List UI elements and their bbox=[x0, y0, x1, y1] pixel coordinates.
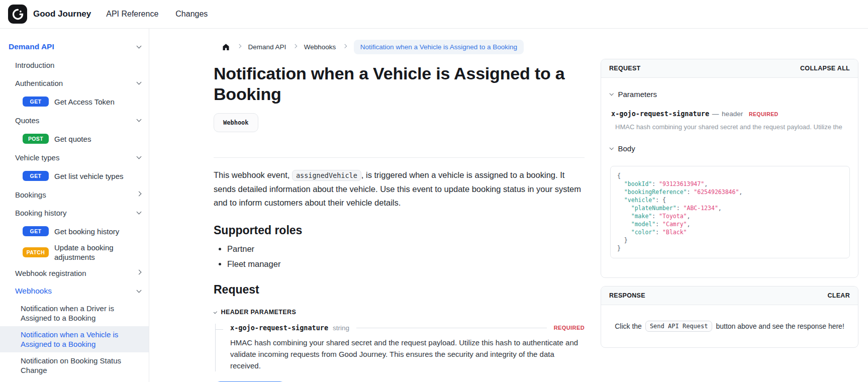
send-api-request-code: Send API Request bbox=[645, 321, 713, 332]
sidebar-item-get-list-vehicle-types[interactable]: GET Get list vehicle types bbox=[0, 166, 149, 185]
sidebar-item-authentication[interactable]: Authentication bbox=[0, 74, 149, 92]
webhook-tag: Webhook bbox=[214, 113, 258, 132]
sidebar-item-vehicle-types[interactable]: Vehicle types bbox=[0, 148, 149, 166]
required-badge: REQUIRED bbox=[554, 325, 585, 331]
parameter-location: header bbox=[722, 110, 743, 118]
brand-logo-icon bbox=[8, 5, 27, 24]
response-panel: RESPONSE CLEAR Click the Send API Reques… bbox=[601, 286, 858, 348]
inline-code-assignedVehicle: assignedVehicle bbox=[292, 170, 361, 181]
breadcrumb: Demand API Webhooks Notification when a … bbox=[222, 40, 585, 54]
right-rail: REQUEST COLLAPSE ALL Parameters x-gojo-r… bbox=[601, 29, 858, 382]
sidebar-item-update-booking-adjustments[interactable]: PATCH Update a booking adjustments bbox=[0, 241, 149, 264]
chevron-down-icon bbox=[610, 146, 614, 150]
nav-link-api-reference[interactable]: API Reference bbox=[104, 7, 160, 22]
rail-parameter-description: HMAC hash combining your shared secret a… bbox=[615, 123, 850, 131]
parameter-name: x-gojo-request-signature bbox=[611, 110, 709, 118]
method-badge-get: GET bbox=[23, 171, 49, 181]
top-navbar: Good Journey API Reference Changes bbox=[0, 0, 868, 29]
sidebar-item-webhooks[interactable]: Webhooks bbox=[0, 282, 149, 300]
sidebar: Demand API Introduction Authentication G… bbox=[0, 29, 149, 382]
sidebar-item-notification-vehicle-assigned[interactable]: Notification when a Vehicle is Assigned … bbox=[0, 326, 149, 352]
sidebar-item-booking-history[interactable]: Booking history bbox=[0, 204, 149, 222]
role-item: Fleet manager bbox=[227, 259, 585, 269]
rail-parameter: x-gojo-request-signature — header REQUIR… bbox=[611, 110, 850, 118]
chevron-down-icon[interactable] bbox=[137, 80, 142, 85]
chevron-down-icon bbox=[214, 310, 217, 314]
chevron-down-icon[interactable] bbox=[137, 288, 142, 293]
sidebar-item-introduction[interactable]: Introduction bbox=[0, 56, 149, 74]
collapse-all-button[interactable]: COLLAPSE ALL bbox=[800, 65, 850, 72]
request-panel: REQUEST COLLAPSE ALL Parameters x-gojo-r… bbox=[601, 59, 858, 278]
required-badge: REQUIRED bbox=[749, 111, 779, 117]
method-badge-post: POST bbox=[23, 134, 49, 144]
rail-body-toggle[interactable]: Body bbox=[610, 144, 850, 153]
supported-roles-list: Partner Fleet manager bbox=[227, 244, 585, 269]
breadcrumb-separator-icon bbox=[343, 44, 347, 48]
parameter-description: HMAC hash combining your shared secret a… bbox=[230, 337, 585, 371]
request-heading: Request bbox=[214, 283, 585, 297]
chevron-right-icon[interactable] bbox=[137, 192, 142, 197]
sidebar-item-webhook-registration[interactable]: Webhook registration bbox=[0, 264, 149, 282]
page-title: Notification when a Vehicle is Assigned … bbox=[214, 63, 585, 105]
intro-paragraph: This webhook event, assignedVehicle, is … bbox=[214, 168, 585, 210]
chevron-down-icon[interactable] bbox=[137, 154, 142, 159]
response-panel-title: RESPONSE bbox=[609, 292, 645, 299]
chevron-down-icon[interactable] bbox=[137, 117, 142, 122]
sidebar-item-get-booking-history[interactable]: GET Get booking history bbox=[0, 222, 149, 241]
chevron-down-icon bbox=[610, 91, 614, 96]
request-panel-title: REQUEST bbox=[609, 65, 641, 72]
sidebar-item-bookings[interactable]: Bookings bbox=[0, 185, 149, 204]
sidebar-item-get-quotes[interactable]: POST Get quotes bbox=[0, 129, 149, 148]
parameter-row: x-gojo-request-signature string REQUIRED bbox=[230, 324, 585, 332]
supported-roles-heading: Supported roles bbox=[214, 224, 585, 237]
response-panel-header: RESPONSE CLEAR bbox=[601, 286, 858, 305]
divider bbox=[214, 157, 585, 158]
method-badge-get: GET bbox=[23, 226, 49, 236]
sidebar-item-notification-booking-status-change[interactable]: Notification on Booking Status Change bbox=[0, 352, 149, 378]
main-content: Demand API Webhooks Notification when a … bbox=[214, 29, 585, 382]
header-parameters-toggle[interactable]: HEADER PARAMETERS bbox=[214, 309, 585, 316]
response-hint: Click the Send API Request button above … bbox=[615, 321, 844, 332]
sidebar-item-demand-api[interactable]: Demand API bbox=[0, 38, 149, 56]
brand[interactable]: Good Journey bbox=[8, 5, 91, 24]
breadcrumb-item-webhooks[interactable]: Webhooks bbox=[304, 43, 336, 51]
rule-line bbox=[356, 328, 547, 328]
method-badge-patch: PATCH bbox=[23, 247, 49, 257]
parameter-block: x-gojo-request-signature string REQUIRED… bbox=[215, 324, 585, 371]
home-icon[interactable] bbox=[222, 43, 230, 51]
chevron-right-icon[interactable] bbox=[137, 270, 142, 275]
nav-link-changes[interactable]: Changes bbox=[173, 7, 210, 22]
sidebar-item-get-access-token[interactable]: GET Get Access Token bbox=[0, 92, 149, 111]
clear-button[interactable]: CLEAR bbox=[827, 292, 850, 299]
breadcrumb-separator-icon bbox=[237, 44, 241, 48]
breadcrumb-current[interactable]: Notification when a Vehicle is Assigned … bbox=[354, 40, 524, 54]
sidebar-item-notification-driver-assigned[interactable]: Notification when a Driver is Assigned t… bbox=[0, 300, 149, 326]
parameters-toggle[interactable]: Parameters bbox=[610, 90, 850, 99]
parameter-type: string bbox=[333, 324, 349, 332]
request-body-code: { "bookId": "93123613947", "bookingRefer… bbox=[610, 166, 850, 258]
parameter-name: x-gojo-request-signature bbox=[230, 324, 328, 332]
sidebar-item-quotes[interactable]: Quotes bbox=[0, 111, 149, 129]
role-item: Partner bbox=[227, 244, 585, 254]
chevron-down-icon[interactable] bbox=[137, 44, 142, 49]
request-panel-header: REQUEST COLLAPSE ALL bbox=[601, 59, 858, 78]
method-badge-get: GET bbox=[23, 97, 49, 107]
breadcrumb-separator-icon bbox=[293, 44, 297, 48]
brand-name: Good Journey bbox=[33, 9, 91, 19]
breadcrumb-item-demand-api[interactable]: Demand API bbox=[248, 43, 286, 51]
chevron-down-icon[interactable] bbox=[137, 210, 142, 215]
